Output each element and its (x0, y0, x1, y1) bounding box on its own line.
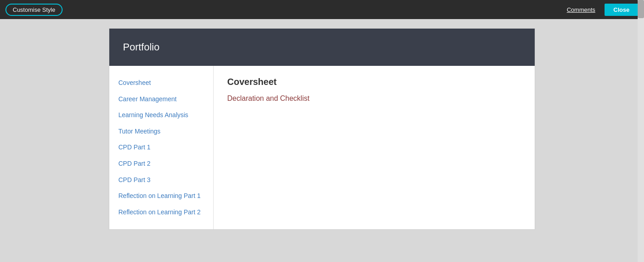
nav-item-cpd-part-2[interactable]: CPD Part 2 (118, 156, 204, 172)
nav-item-career-management[interactable]: Career Management (118, 91, 204, 108)
nav-item-coversheet[interactable]: Coversheet (118, 75, 204, 91)
customise-style-button[interactable]: Customise Style (5, 4, 63, 16)
declaration-checklist-link[interactable]: Declaration and Checklist (227, 94, 309, 102)
comments-link[interactable]: Comments (567, 6, 595, 13)
close-button[interactable]: Close (605, 4, 639, 16)
nav-item-learning-needs-analysis[interactable]: Learning Needs Analysis (118, 107, 204, 124)
top-bar-right: Comments Close (567, 4, 639, 16)
portfolio-container: Portfolio Coversheet Career Management L… (109, 28, 535, 230)
nav-item-tutor-meetings[interactable]: Tutor Meetings (118, 124, 204, 140)
scrollbar-thumb[interactable] (638, 0, 644, 18)
nav-item-reflection-part-2[interactable]: Reflection on Learning Part 2 (118, 204, 204, 221)
scrollbar[interactable] (638, 0, 644, 262)
portfolio-header: Portfolio (109, 29, 535, 66)
nav-item-cpd-part-1[interactable]: CPD Part 1 (118, 139, 204, 156)
portfolio-body: Coversheet Career Management Learning Ne… (109, 66, 535, 229)
content-area: Coversheet Declaration and Checklist (214, 66, 535, 229)
nav-item-reflection-part-1[interactable]: Reflection on Learning Part 1 (118, 188, 204, 204)
top-bar: Customise Style Comments Close (0, 0, 644, 19)
content-heading: Coversheet (227, 77, 521, 87)
sidebar-nav: Coversheet Career Management Learning Ne… (109, 66, 214, 229)
portfolio-title: Portfolio (123, 41, 521, 53)
nav-item-cpd-part-3[interactable]: CPD Part 3 (118, 172, 204, 188)
main-wrapper: Portfolio Coversheet Career Management L… (0, 19, 644, 239)
